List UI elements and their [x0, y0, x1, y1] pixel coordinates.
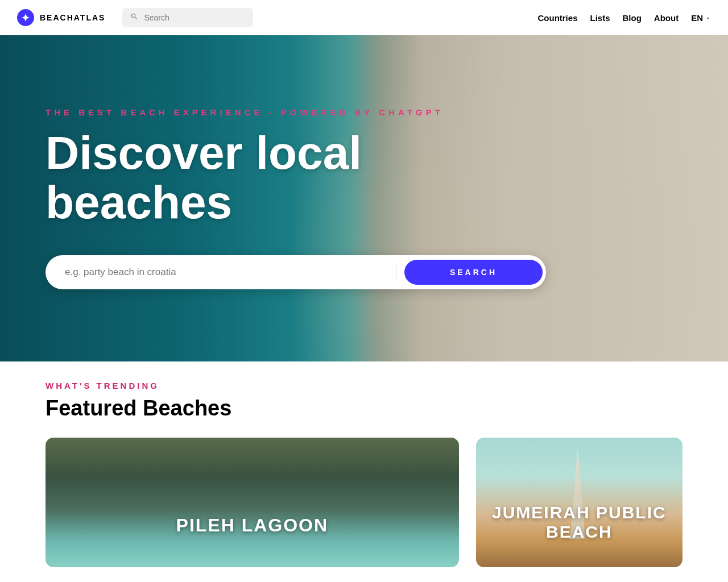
brand-name: BEACHATLAS — [40, 13, 105, 22]
header: BEACHATLAS Countries Lists Blog About EN — [0, 0, 728, 35]
featured-cards: PILEH LAGOON JUMEIRAH PUBLIC BEACH — [46, 438, 682, 567]
main-nav: Countries Lists Blog About EN — [537, 13, 711, 23]
compass-icon — [17, 9, 34, 26]
language-selector[interactable]: EN — [691, 13, 711, 23]
card-title: JUMEIRAH PUBLIC BEACH — [476, 503, 682, 542]
logo[interactable]: BEACHATLAS — [17, 9, 105, 26]
nav-blog[interactable]: Blog — [623, 13, 642, 23]
nav-about[interactable]: About — [654, 13, 679, 23]
language-label: EN — [691, 13, 703, 23]
search-icon — [130, 13, 138, 23]
hero: THE BEST BEACH EXPERIENCE - POWERED BY C… — [0, 35, 728, 361]
search-button[interactable]: SEARCH — [404, 260, 543, 285]
chevron-down-icon — [705, 13, 711, 23]
header-search-input[interactable] — [144, 13, 245, 22]
featured-card-jumeirah[interactable]: JUMEIRAH PUBLIC BEACH — [476, 438, 682, 567]
hero-title: Discover local beaches — [46, 128, 557, 226]
hero-eyebrow: THE BEST BEACH EXPERIENCE - POWERED BY C… — [46, 107, 557, 117]
hero-search-input[interactable] — [49, 259, 396, 286]
trending-section: WHAT'S TRENDING Featured Beaches PILEH L… — [0, 361, 728, 567]
nav-countries[interactable]: Countries — [537, 13, 577, 23]
nav-lists[interactable]: Lists — [590, 13, 610, 23]
trending-title: Featured Beaches — [46, 396, 682, 421]
trending-eyebrow: WHAT'S TRENDING — [46, 381, 682, 390]
hero-content: THE BEST BEACH EXPERIENCE - POWERED BY C… — [46, 107, 557, 289]
featured-card-pileh-lagoon[interactable]: PILEH LAGOON — [46, 438, 459, 567]
card-title: PILEH LAGOON — [165, 515, 340, 536]
hero-search-bar: SEARCH — [46, 255, 546, 289]
divider — [396, 264, 396, 280]
header-search[interactable] — [122, 8, 253, 27]
